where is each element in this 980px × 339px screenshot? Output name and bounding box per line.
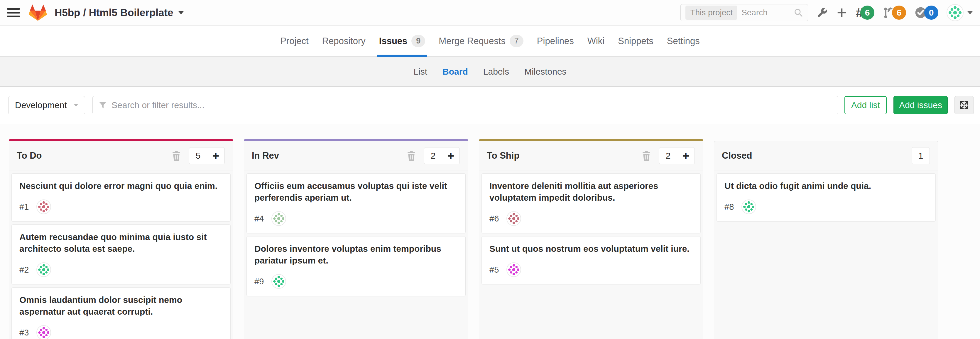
trash-icon	[406, 150, 416, 161]
issue-number: #1	[19, 202, 29, 212]
add-issues-button[interactable]: Add issues	[893, 96, 948, 114]
tab-repository[interactable]: Repository	[322, 26, 366, 56]
tab-settings[interactable]: Settings	[667, 26, 700, 56]
card-list: Nesciunt qui dolore error magni quo quia…	[9, 170, 233, 339]
merge-requests-tab-badge: 7	[510, 35, 523, 47]
merge-requests-button[interactable]: 6	[883, 6, 906, 20]
assignee-avatar	[37, 262, 51, 277]
subtab-board[interactable]: Board	[442, 67, 468, 77]
assignee-avatar	[741, 200, 756, 214]
new-issue-button[interactable]: +	[207, 147, 224, 164]
board-filter-input[interactable]	[111, 100, 832, 110]
issue-card[interactable]: Autem recusandae quo minima quia iusto s…	[11, 224, 231, 285]
assignee-avatar	[506, 262, 521, 277]
subtab-list[interactable]: List	[414, 67, 427, 77]
issue-title[interactable]: Inventore deleniti mollitia aut asperior…	[489, 180, 693, 203]
board-filter-bar: Development Add list Add issues	[0, 87, 980, 124]
list-header: In Rev 2 +	[244, 141, 468, 170]
board-list-todo: To Do 5 + Nesciunt qui dolore error magn…	[9, 139, 233, 339]
search-icon	[794, 8, 803, 18]
list-header: To Do 5 +	[9, 141, 233, 170]
global-search-box[interactable]: This project	[681, 4, 808, 21]
issues-dashboard-button[interactable]: # 6	[856, 6, 874, 20]
milestone-dropdown[interactable]: Development	[8, 96, 85, 114]
board-search-filter[interactable]	[92, 96, 838, 114]
assignee-avatar	[506, 211, 521, 226]
list-title: To Ship	[487, 150, 641, 161]
issue-title[interactable]: Dolores inventore voluptas enim temporib…	[255, 243, 458, 267]
search-scope-chip: This project	[686, 6, 737, 20]
todos-count-badge: 0	[924, 6, 938, 20]
tab-wiki[interactable]: Wiki	[587, 26, 605, 56]
issue-card[interactable]: Sunt ut quos nostrum eos voluptatum veli…	[482, 236, 701, 285]
list-count: 5	[189, 147, 207, 164]
delete-list-button[interactable]	[171, 150, 182, 162]
list-header: To Ship 2 +	[479, 141, 703, 170]
issue-number: #4	[255, 214, 264, 224]
issue-title[interactable]: Sunt ut quos nostrum eos voluptatum veli…	[489, 243, 693, 255]
issue-title[interactable]: Ut dicta odio fugit animi unde quia.	[724, 180, 928, 192]
assignee-avatar	[271, 211, 286, 226]
list-count: 1	[912, 147, 929, 164]
fullscreen-button[interactable]	[955, 96, 974, 114]
project-switcher-caret-icon[interactable]	[178, 11, 184, 14]
issue-number: #2	[19, 265, 29, 275]
issues-subnav: List Board Labels Milestones	[0, 57, 980, 87]
board-list-in-rev: In Rev 2 + Officiis eum accusamus volupt…	[244, 139, 468, 339]
list-count-group: 2 +	[659, 147, 695, 164]
issue-title[interactable]: Omnis laudantium dolor suscipit nemo asp…	[19, 294, 223, 318]
delete-list-button[interactable]	[641, 150, 652, 162]
card-list: Officiis eum accusamus voluptas qui iste…	[244, 170, 468, 299]
list-title: Closed	[722, 150, 912, 161]
issue-board: To Do 5 + Nesciunt qui dolore error magn…	[0, 124, 980, 339]
issue-number: #8	[724, 202, 734, 212]
list-count-group: 2 +	[424, 147, 460, 164]
new-plus-icon[interactable]	[836, 7, 847, 18]
menu-icon[interactable]	[7, 8, 20, 18]
issue-card[interactable]: Omnis laudantium dolor suscipit nemo asp…	[11, 287, 231, 339]
tab-project[interactable]: Project	[280, 26, 309, 56]
top-bar: H5bp / Html5 Boilerplate This project # …	[0, 0, 980, 26]
assignee-avatar	[271, 274, 286, 289]
list-header: Closed 1	[714, 141, 938, 170]
project-nav: Project Repository Issues 9 Merge Reques…	[0, 26, 980, 57]
board-list-to-ship: To Ship 2 + Inventore deleniti mollitia …	[479, 139, 703, 339]
list-count-group: 1	[912, 147, 930, 164]
add-list-button[interactable]: Add list	[845, 96, 887, 114]
tab-pipelines[interactable]: Pipelines	[537, 26, 574, 56]
user-avatar[interactable]	[947, 4, 964, 21]
subtab-labels[interactable]: Labels	[483, 67, 509, 77]
issue-card[interactable]: Officiis eum accusamus voluptas qui iste…	[247, 173, 466, 233]
list-count-group: 5 +	[189, 147, 225, 164]
issue-card[interactable]: Dolores inventore voluptas enim temporib…	[247, 236, 466, 296]
tab-issues[interactable]: Issues 9	[379, 26, 425, 56]
issue-title[interactable]: Officiis eum accusamus voluptas qui iste…	[255, 180, 458, 203]
delete-list-button[interactable]	[406, 150, 417, 162]
new-issue-button[interactable]: +	[677, 147, 695, 164]
filter-funnel-icon	[99, 101, 107, 109]
admin-wrench-icon[interactable]	[816, 7, 828, 19]
issue-title[interactable]: Nesciunt qui dolore error magni quo quia…	[19, 180, 223, 192]
list-count: 2	[659, 147, 677, 164]
issue-card[interactable]: Ut dicta odio fugit animi unde quia. #8	[716, 173, 936, 222]
issue-title[interactable]: Autem recusandae quo minima quia iusto s…	[19, 231, 223, 255]
gitlab-logo-icon[interactable]	[29, 4, 47, 21]
new-issue-button[interactable]: +	[442, 147, 460, 164]
assignee-avatar	[37, 200, 51, 214]
project-title[interactable]: H5bp / Html5 Boilerplate	[54, 7, 173, 19]
tab-snippets[interactable]: Snippets	[618, 26, 654, 56]
search-input[interactable]	[741, 8, 789, 18]
issue-card[interactable]: Nesciunt qui dolore error magni quo quia…	[11, 173, 231, 222]
expand-icon	[959, 100, 969, 110]
subtab-milestones[interactable]: Milestones	[524, 67, 566, 77]
merge-requests-count-badge: 6	[892, 6, 906, 20]
tab-merge-requests[interactable]: Merge Requests 7	[439, 26, 523, 56]
todos-button[interactable]: 0	[914, 6, 938, 20]
issue-card[interactable]: Inventore deleniti mollitia aut asperior…	[482, 173, 701, 233]
issue-number: #6	[489, 214, 499, 224]
trash-icon	[641, 150, 651, 161]
user-menu[interactable]	[947, 4, 973, 21]
card-list: Inventore deleniti mollitia aut asperior…	[479, 170, 703, 287]
list-title: To Do	[17, 150, 171, 161]
issue-number: #5	[489, 265, 499, 275]
